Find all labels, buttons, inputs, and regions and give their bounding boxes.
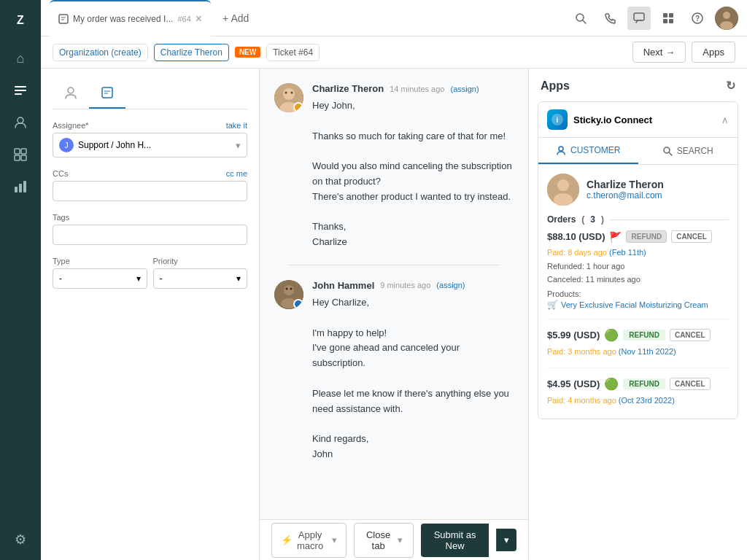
reply-bar: ⚡ Apply macro ▾ Close tab ▾ Submit as Ne… — [260, 519, 528, 560]
message-divider — [289, 265, 499, 265]
ccs-input[interactable] — [53, 181, 247, 201]
help-icon[interactable]: ? — [686, 7, 709, 30]
message-2-header: John Hammel 9 minutes ago (assign) — [312, 280, 514, 291]
customer-avatar-row: Charlize Theron c.theron@mail.com — [547, 174, 729, 206]
john-avatar — [274, 280, 303, 309]
submit-dropdown-button[interactable]: ▾ — [496, 529, 516, 551]
order-3-refund-button[interactable]: REFUND — [623, 378, 665, 389]
svg-point-26 — [723, 12, 730, 19]
svg-point-44 — [559, 147, 563, 151]
tickets-icon[interactable] — [7, 77, 34, 104]
org-breadcrumb[interactable]: Organization (create) — [53, 44, 148, 61]
svg-point-45 — [664, 147, 670, 153]
tab-subtitle: #64 — [177, 15, 190, 23]
chat-icon[interactable] — [627, 7, 651, 30]
search-icon[interactable] — [569, 7, 592, 30]
order-item: $5.99 (USD) 🟢 REFUND CANCEL Paid: 3 mont… — [547, 328, 729, 368]
order-1-product-link[interactable]: Very Exclusive Facial Moisturizing Cream — [561, 300, 708, 309]
priority-value: - — [160, 273, 163, 284]
message-item: John Hammel 9 minutes ago (assign) Hey C… — [274, 280, 514, 462]
customer-tab[interactable]: CUSTOMER — [538, 138, 638, 164]
active-tab[interactable]: My order was received I... #64 × — [50, 0, 211, 36]
home-icon[interactable]: ⌂ — [7, 45, 34, 71]
breadcrumb-bar: Organization (create) Charlize Theron NE… — [41, 36, 747, 69]
collapse-icon[interactable]: ∧ — [721, 114, 729, 125]
customer-tab-label: CUSTOMER — [570, 145, 620, 155]
phone-icon[interactable] — [598, 7, 622, 30]
add-tab-button[interactable]: + Add — [217, 9, 255, 27]
order-3-amount: $4.95 (USD) — [547, 378, 600, 389]
settings-icon[interactable]: ⚙ — [7, 526, 34, 553]
assignee-select[interactable]: J Support / John H... ▾ — [53, 133, 247, 158]
customer-avatar — [547, 174, 579, 206]
order-2-meta: Paid: 3 months ago (Nov 11th 2022) — [547, 345, 729, 359]
submit-as-new-button[interactable]: Submit as New — [421, 524, 489, 557]
svg-line-46 — [669, 153, 672, 156]
svg-rect-6 — [15, 149, 20, 154]
apps-button[interactable]: Apps — [692, 42, 735, 63]
close-tab-button[interactable]: Close tab ▾ — [354, 523, 414, 558]
svg-point-48 — [557, 179, 569, 191]
svg-rect-9 — [21, 155, 26, 160]
close-tab-chevron-icon: ▾ — [398, 534, 403, 545]
panel-tabs — [53, 80, 247, 109]
svg-rect-10 — [15, 187, 18, 192]
sticky-io-header[interactable]: i Sticky.io Connect ∧ — [538, 102, 738, 138]
order-2-refund-button[interactable]: REFUND — [623, 330, 665, 341]
orders-count: ( — [581, 214, 584, 225]
type-select[interactable]: - ▾ — [53, 268, 147, 289]
take-it-link[interactable]: take it — [226, 121, 247, 130]
priority-label: Priority — [153, 257, 178, 265]
macro-chevron-icon: ▾ — [332, 534, 337, 545]
message-1-author: Charlize Theron — [312, 83, 384, 94]
users-icon[interactable] — [7, 109, 34, 136]
customer-email[interactable]: c.theron@mail.com — [587, 190, 664, 201]
message-2-author: John Hammel — [312, 280, 374, 291]
message-1-body: Hey John, Thanks so much for taking care… — [312, 98, 514, 250]
search-tab[interactable]: SEARCH — [638, 138, 738, 164]
chevron-down-icon: ▾ — [236, 140, 241, 151]
orders-label: Orders — [547, 214, 576, 225]
type-label: Type — [53, 257, 70, 265]
ticket-breadcrumb: Ticket #64 — [266, 44, 320, 61]
reports-icon[interactable] — [7, 174, 34, 200]
assignee-label: Assignee* — [53, 121, 89, 130]
customer-breadcrumb[interactable]: Charlize Theron — [154, 44, 229, 61]
message-1-content: Charlize Theron 14 minutes ago (assign) … — [312, 83, 514, 250]
svg-rect-2 — [15, 86, 26, 88]
order-1-cancel-button[interactable]: CANCEL — [671, 230, 712, 243]
apply-macro-button[interactable]: ⚡ Apply macro ▾ — [271, 523, 347, 558]
tab-close[interactable]: × — [196, 13, 202, 25]
tags-input[interactable] — [53, 225, 247, 245]
message-2-assign[interactable]: (assign) — [436, 281, 465, 289]
tags-label: Tags — [53, 213, 69, 222]
order-3-cancel-button[interactable]: CANCEL — [670, 378, 711, 390]
customer-info: Charlize Theron c.theron@mail.com Orders… — [538, 165, 738, 419]
svg-text:Z: Z — [17, 14, 24, 26]
app-logo[interactable]: Z — [7, 7, 34, 34]
priority-select[interactable]: - ▾ — [153, 268, 248, 289]
message-1-assign[interactable]: (assign) — [450, 85, 479, 93]
sticky-io-section: i Sticky.io Connect ∧ CUSTOMER SEARCH — [538, 101, 738, 419]
message-1-time: 14 minutes ago — [390, 85, 444, 93]
svg-point-38 — [284, 285, 294, 295]
tab-title: My order was received I... — [73, 14, 173, 24]
cc-me-link[interactable]: cc me — [226, 169, 247, 178]
agent-badge — [293, 299, 303, 309]
app-name: Sticky.io Connect — [573, 114, 652, 125]
message-2-content: John Hammel 9 minutes ago (assign) Hey C… — [312, 280, 514, 462]
next-button[interactable]: Next → — [632, 42, 686, 63]
user-avatar[interactable] — [715, 7, 738, 30]
info-tab[interactable] — [89, 80, 125, 109]
grid-apps-icon[interactable] — [657, 7, 680, 30]
cart-icon: 🛒 — [547, 300, 558, 310]
order-2-cancel-button[interactable]: CANCEL — [670, 329, 711, 341]
grid-icon[interactable] — [7, 141, 34, 168]
refresh-icon[interactable]: ↻ — [726, 79, 735, 93]
priority-chevron-icon: ▾ — [236, 273, 241, 284]
assignee-field: Assignee* take it J Support / John H... … — [53, 121, 247, 158]
app-tabs: CUSTOMER SEARCH — [538, 138, 738, 165]
charlize-avatar — [274, 83, 303, 112]
message-2-body: Hey Charlize, I'm happy to help! I've go… — [312, 295, 514, 462]
person-tab[interactable] — [53, 80, 89, 109]
